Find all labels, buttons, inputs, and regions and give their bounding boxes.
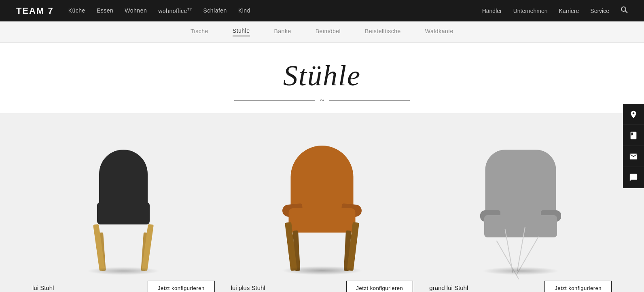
search-button[interactable] — [621, 6, 628, 15]
chair-shadow — [87, 267, 160, 275]
nav-handler[interactable]: Händler — [482, 8, 502, 14]
nav-kuche[interactable]: Küche — [68, 7, 85, 14]
divider-ornament: ~ — [320, 96, 324, 105]
product-image-lui-plus — [231, 133, 413, 271]
location-button[interactable] — [623, 104, 644, 125]
main-nav: Küche Essen Wohnen wohnofficeT7 Schlafen… — [68, 7, 250, 14]
svg-line-1 — [625, 11, 628, 13]
sidebar-actions — [623, 104, 644, 188]
product-card-lui — [24, 125, 223, 271]
brand-logo[interactable]: TEAM 7 — [16, 6, 54, 16]
nav-left: TEAM 7 Küche Essen Wohnen wohnofficeT7 S… — [16, 6, 250, 16]
hero-section: Stühle ~ — [0, 43, 644, 113]
top-navigation: TEAM 7 Küche Essen Wohnen wohnofficeT7 S… — [0, 0, 644, 21]
divider-line-right — [329, 100, 410, 101]
configure-button-grand-lui[interactable]: Jetzt konfigurieren — [544, 281, 612, 292]
nav-service[interactable]: Service — [590, 8, 609, 14]
chat-button[interactable] — [623, 167, 644, 188]
chair-shadow — [482, 267, 559, 275]
chair-seat — [288, 208, 355, 233]
configure-button-lui[interactable]: Jetzt konfigurieren — [148, 281, 215, 292]
chair-illustration-grand-lui — [478, 150, 563, 271]
nav-wohnen[interactable]: Wohnen — [125, 7, 147, 14]
chair-illustration-lui — [83, 150, 164, 271]
chair-shadow — [282, 266, 362, 275]
chair-seat — [484, 215, 557, 237]
subnav-beistelltische[interactable]: Beistelltische — [365, 28, 401, 36]
nav-wohnoffice[interactable]: wohnofficeT7 — [158, 7, 192, 14]
mail-button[interactable] — [623, 146, 644, 167]
product-card-grand-lui — [421, 125, 620, 271]
subnav-tische[interactable]: Tische — [191, 28, 208, 36]
nav-unternehmen[interactable]: Unternehmen — [513, 8, 548, 14]
divider-line-left — [234, 100, 315, 101]
product-name-lui-plus: lui plus Stuhl — [231, 284, 265, 292]
configure-button-lui-plus[interactable]: Jetzt konfigurieren — [346, 281, 413, 292]
catalog-button[interactable] — [623, 125, 644, 146]
svg-point-0 — [621, 7, 626, 11]
chair-illustration-lui-plus — [278, 146, 366, 271]
nav-right: Händler Unternehmen Karriere Service — [482, 6, 628, 15]
subnav-stuhle[interactable]: Stühle — [233, 28, 250, 36]
sub-navigation: Tische Stühle Bänke Beimöbel Beistelltis… — [0, 21, 644, 43]
nav-karriere[interactable]: Karriere — [559, 8, 579, 14]
subnav-beimobel[interactable]: Beimöbel — [316, 28, 341, 36]
chair-seat — [97, 202, 150, 224]
subnav-waldkante[interactable]: Waldkante — [425, 28, 453, 36]
products-grid — [24, 125, 620, 271]
product-image-lui — [32, 133, 215, 271]
hero-divider: ~ — [0, 96, 644, 105]
product-card-lui-plus — [223, 125, 422, 271]
product-name-grand-lui: grand lui Stuhl — [429, 284, 468, 292]
nav-kind[interactable]: Kind — [238, 7, 250, 14]
product-name-lui: lui Stuhl — [32, 284, 54, 292]
subnav-banke[interactable]: Bänke — [274, 28, 291, 36]
nav-essen[interactable]: Essen — [97, 7, 113, 14]
nav-schlafen[interactable]: Schlafen — [203, 7, 227, 14]
product-image-grand-lui — [429, 133, 612, 271]
products-section — [0, 113, 644, 271]
page-title: Stühle — [0, 59, 644, 93]
